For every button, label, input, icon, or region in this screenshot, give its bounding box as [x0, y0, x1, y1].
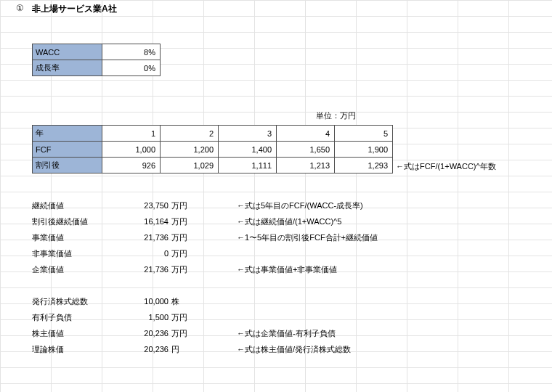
summary-unit: 万円 — [171, 264, 200, 275]
summary-unit: 万円 — [171, 248, 200, 259]
cell[interactable]: 1,111 — [219, 158, 277, 173]
spreadsheet-area[interactable]: ① 非上場サービス業A社 WACC 8% 成長率 0% 単位：万円 年 1 2 … — [0, 0, 552, 392]
fcf-row-label: FCF — [33, 142, 102, 158]
summary-note: ←式は株主価値/発行済株式総数 — [200, 344, 351, 355]
list-item — [32, 277, 378, 293]
summary-value[interactable]: 1,500 — [126, 313, 171, 322]
summary-value[interactable]: 23,750 — [126, 201, 171, 210]
summary-note: ←式は5年目のFCF/(WACC-成長率) — [200, 200, 363, 211]
summary-label: 継続価値 — [32, 200, 126, 211]
list-item: 非事業価値0万円 — [32, 245, 378, 261]
list-item: 株主価値20,236万円←式は企業価値-有利子負債 — [32, 325, 378, 341]
summary-note: ←式は事業価値+非事業価値 — [200, 264, 337, 275]
summary-unit: 万円 — [171, 216, 200, 227]
cell[interactable]: 1,200 — [161, 142, 219, 158]
cell[interactable]: 1,900 — [335, 142, 393, 158]
summary-value[interactable]: 20,236 — [126, 345, 171, 354]
summary-value[interactable]: 16,164 — [126, 217, 171, 226]
summary-label: 株主価値 — [32, 328, 126, 339]
wacc-value[interactable]: 8% — [102, 44, 161, 60]
units-label: 単位：万円 — [316, 110, 356, 121]
summary-label: 発行済株式総数 — [32, 296, 126, 307]
list-item: 発行済株式総数10,000株 — [32, 293, 378, 309]
year-row-label: 年 — [33, 126, 102, 142]
summary-label: 事業価値 — [32, 232, 126, 243]
cell[interactable]: 1,213 — [277, 158, 335, 173]
cell[interactable]: 1,650 — [277, 142, 335, 158]
cell[interactable]: 4 — [277, 126, 335, 142]
summary-label: 非事業価値 — [32, 248, 126, 259]
list-item: 企業価値21,736万円←式は事業価値+非事業価値 — [32, 261, 378, 277]
summary-value[interactable]: 21,736 — [126, 265, 171, 274]
cell[interactable]: 3 — [219, 126, 277, 142]
summary-label: 有利子負債 — [32, 312, 126, 323]
disc-formula-note: ←式はFCF/(1+WACC)^年数 — [396, 161, 496, 172]
table-row: 割引後 926 1,029 1,111 1,213 1,293 — [33, 158, 393, 173]
summary-label: 理論株価 — [32, 344, 126, 355]
summary-block: 継続価値23,750万円←式は5年目のFCF/(WACC-成長率) 割引後継続価… — [32, 197, 378, 357]
summary-value[interactable]: 20,236 — [126, 329, 171, 338]
summary-value[interactable]: 0 — [126, 249, 171, 258]
cell[interactable]: 5 — [335, 126, 393, 142]
list-item: 有利子負債1,500万円 — [32, 309, 378, 325]
cell[interactable]: 2 — [161, 126, 219, 142]
table-row: FCF 1,000 1,200 1,400 1,650 1,900 — [33, 142, 393, 158]
summary-unit: 万円 — [171, 328, 200, 339]
cell[interactable]: 926 — [102, 158, 161, 173]
projection-table: 年 1 2 3 4 5 FCF 1,000 1,200 1,400 1,650 … — [32, 125, 393, 173]
growth-value[interactable]: 0% — [102, 60, 161, 76]
summary-value[interactable]: 10,000 — [126, 297, 171, 306]
summary-unit: 万円 — [171, 232, 200, 243]
cell[interactable]: 1,293 — [335, 158, 393, 173]
cell[interactable]: 1,029 — [161, 158, 219, 173]
summary-value[interactable]: 21,736 — [126, 233, 171, 242]
summary-label: 企業価値 — [32, 264, 126, 275]
page-title: 非上場サービス業A社 — [32, 3, 117, 15]
summary-note: ←式は企業価値-有利子負債 — [200, 328, 336, 339]
summary-note: ←式は継続価値/(1+WACC)^5 — [200, 216, 341, 227]
growth-label: 成長率 — [33, 60, 102, 76]
summary-note: ←1〜5年目の割引後FCF合計+継続価値 — [200, 232, 378, 243]
wacc-label: WACC — [33, 44, 102, 60]
summary-unit: 円 — [171, 344, 200, 355]
table-row: 年 1 2 3 4 5 — [33, 126, 393, 142]
summary-unit: 万円 — [171, 312, 200, 323]
summary-label: 割引後継続価値 — [32, 216, 126, 227]
cell[interactable]: 1,000 — [102, 142, 161, 158]
list-item: 事業価値21,736万円←1〜5年目の割引後FCF合計+継続価値 — [32, 229, 378, 245]
summary-unit: 株 — [171, 296, 200, 307]
cell[interactable]: 1 — [102, 126, 161, 142]
list-item: 継続価値23,750万円←式は5年目のFCF/(WACC-成長率) — [32, 197, 378, 213]
list-item: 理論株価20,236円←式は株主価値/発行済株式総数 — [32, 341, 378, 357]
section-marker: ① — [16, 3, 24, 13]
summary-unit: 万円 — [171, 200, 200, 211]
disc-row-label: 割引後 — [33, 158, 102, 173]
list-item: 割引後継続価値16,164万円←式は継続価値/(1+WACC)^5 — [32, 213, 378, 229]
cell[interactable]: 1,400 — [219, 142, 277, 158]
assumptions-table: WACC 8% 成長率 0% — [32, 44, 161, 76]
